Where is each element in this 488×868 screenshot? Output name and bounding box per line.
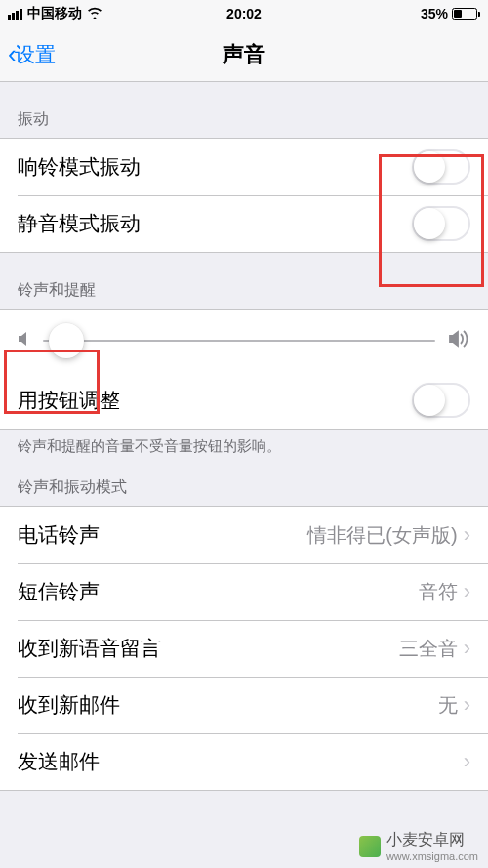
page-title: 声音 [223,40,265,69]
ring-vibrate-toggle[interactable] [412,149,470,185]
chevron-right-icon: › [464,636,470,661]
ringtone-label: 电话铃声 [18,521,307,549]
carrier-label: 中国移动 [27,5,82,22]
status-time: 20:02 [226,6,262,21]
battery-percent: 35% [421,6,448,21]
cell-text-tone[interactable]: 短信铃声 音符 › [0,563,488,620]
chevron-right-icon: › [464,692,470,718]
new-mail-value: 无 [438,692,458,719]
silent-vibrate-label: 静音模式振动 [18,210,412,237]
cell-group-tones: 电话铃声 情非得已(女声版) › 短信铃声 音符 › 收到新语音留言 三全音 ›… [0,506,488,791]
cell-new-mail[interactable]: 收到新邮件 无 › [0,677,488,733]
status-bar: 中国移动 20:02 35% [0,0,488,27]
volume-low-icon [18,330,29,351]
volume-slider-cell [0,310,488,372]
cell-voicemail[interactable]: 收到新语音留言 三全音 › [0,620,488,677]
back-label: 设置 [15,41,56,68]
battery-icon [452,8,480,20]
text-tone-label: 短信铃声 [18,578,419,605]
ring-vibrate-label: 响铃模式振动 [18,153,412,181]
cell-group-ringer: 用按钮调整 [0,309,488,430]
watermark-logo-icon [359,836,381,857]
watermark: 小麦安卓网 www.xmsigma.com [359,830,478,862]
section-header-tones: 铃声和振动模式 [0,460,488,506]
voicemail-label: 收到新语音留言 [18,635,399,662]
cell-ring-vibrate: 响铃模式振动 [0,139,488,195]
section-header-ringer: 铃声和提醒 [0,253,488,309]
section-header-vibrate: 振动 [0,82,488,138]
cell-button-adjust: 用按钮调整 [0,372,488,429]
voicemail-value: 三全音 [399,636,458,662]
cell-group-vibrate: 响铃模式振动 静音模式振动 [0,138,488,253]
status-right: 35% [421,6,480,21]
volume-slider[interactable] [43,340,435,342]
chevron-right-icon: › [464,749,470,774]
cell-sent-mail[interactable]: 发送邮件 › [0,733,488,790]
cell-silent-vibrate: 静音模式振动 [0,195,488,252]
nav-bar: ‹ 设置 声音 [0,27,488,82]
text-tone-value: 音符 [419,579,458,605]
button-adjust-toggle[interactable] [412,383,470,418]
new-mail-label: 收到新邮件 [18,691,438,719]
ringtone-value: 情非得已(女声版) [307,522,457,549]
chevron-right-icon: › [464,522,470,548]
volume-high-icon [449,330,470,351]
cell-ringtone[interactable]: 电话铃声 情非得已(女声版) › [0,507,488,563]
status-left: 中国移动 [8,5,102,22]
slider-thumb[interactable] [49,323,84,358]
sent-mail-label: 发送邮件 [18,748,458,775]
watermark-text: 小麦安卓网 www.xmsigma.com [386,830,478,862]
silent-vibrate-toggle[interactable] [412,206,470,241]
chevron-right-icon: › [464,579,470,604]
wifi-icon [87,7,102,21]
button-adjust-label: 用按钮调整 [18,387,412,414]
section-footer-ringer: 铃声和提醒的音量不受音量按钮的影响。 [0,430,488,460]
back-button[interactable]: ‹ 设置 [8,39,56,69]
signal-icon [8,9,22,20]
